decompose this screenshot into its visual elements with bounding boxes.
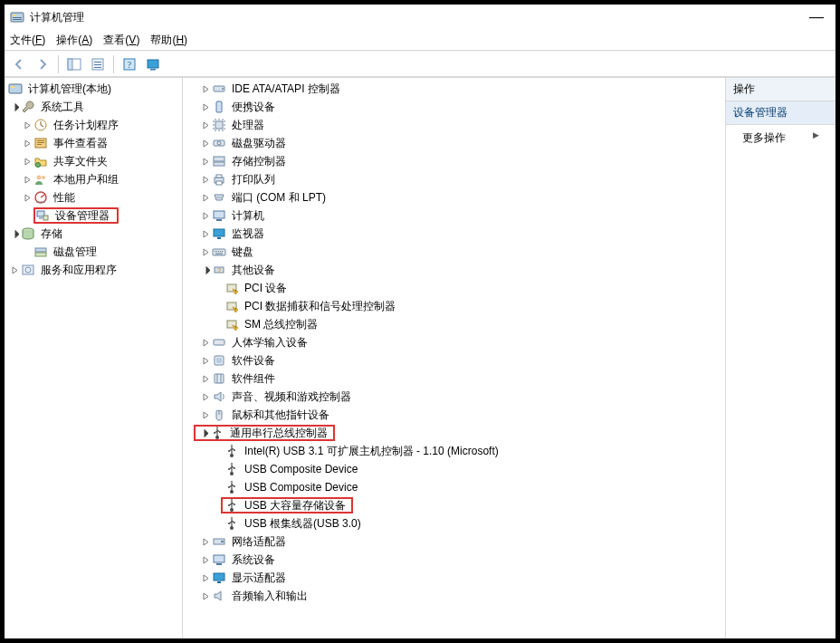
expander-closed-icon[interactable]	[199, 590, 212, 602]
tree-label: 键盘	[230, 245, 255, 260]
expander-closed-icon[interactable]	[199, 390, 212, 403]
properties-button[interactable]	[87, 53, 109, 75]
help-button[interactable]: ?	[119, 53, 140, 75]
menu-view[interactable]: 查看(V)	[103, 33, 139, 48]
tree-services-apps[interactable]: 服务和应用程序	[5, 261, 182, 279]
cat-network-adapters[interactable]: 网络适配器	[183, 533, 725, 551]
expander-closed-icon[interactable]	[199, 354, 212, 367]
svg-rect-55	[222, 251, 223, 252]
cat-ports[interactable]: 端口 (COM 和 LPT)	[183, 188, 725, 206]
svg-rect-48	[214, 229, 224, 236]
menu-file[interactable]: 文件(F)	[10, 33, 45, 48]
expander-open-icon[interactable]	[8, 101, 21, 113]
cat-software-components[interactable]: 软件组件	[183, 369, 725, 388]
expander-closed-icon[interactable]	[199, 173, 212, 186]
left-tree[interactable]: 计算机管理(本地) 系统工具	[5, 80, 182, 279]
show-hide-tree-button[interactable]	[63, 53, 85, 75]
cat-storage-controllers[interactable]: 存储控制器	[183, 152, 725, 170]
other-sm-bus[interactable]: !SM 总线控制器	[183, 315, 725, 333]
cat-mice[interactable]: 鼠标和其他指针设备	[183, 406, 725, 424]
svg-rect-53	[218, 251, 219, 252]
expander-closed-icon[interactable]	[199, 408, 212, 421]
tree-device-manager[interactable]: 设备管理器	[5, 206, 182, 225]
expander-closed-icon[interactable]	[21, 155, 33, 168]
cat-display-adapters[interactable]: 显示适配器	[183, 569, 725, 587]
expander-closed-icon[interactable]	[199, 155, 212, 168]
cat-monitors[interactable]: 监视器	[183, 225, 725, 243]
expander-open-icon[interactable]	[199, 264, 212, 276]
usb-composite-2[interactable]: USB Composite Device	[183, 478, 725, 496]
cat-hid[interactable]: 人体学输入设备	[183, 333, 725, 351]
usb-composite-1[interactable]: USB Composite Device	[183, 460, 725, 478]
title-bar: 计算机管理 —	[5, 5, 835, 30]
expander-closed-icon[interactable]	[199, 535, 212, 548]
expander-closed-icon[interactable]	[199, 336, 212, 349]
cat-system-devices[interactable]: 系统设备	[183, 551, 725, 569]
svg-rect-94	[214, 573, 224, 581]
expander-closed-icon[interactable]	[199, 119, 212, 131]
cat-audio-game[interactable]: 声音、视频和游戏控制器	[183, 388, 725, 406]
cat-print-queues[interactable]: 打印队列	[183, 170, 725, 188]
cat-audio-io[interactable]: 音频输入和输出	[183, 587, 725, 605]
svg-rect-19	[37, 142, 44, 143]
expander-open-icon[interactable]	[197, 427, 210, 439]
forward-button[interactable]	[32, 53, 53, 75]
cat-usb-controllers[interactable]: 通用串行总线控制器	[183, 424, 725, 442]
tree-disk-management[interactable]: 磁盘管理	[5, 243, 182, 261]
expander-closed-icon[interactable]	[21, 173, 33, 186]
other-pci-signal[interactable]: !PCI 数据捕获和信号处理控制器	[183, 297, 725, 315]
more-actions[interactable]: 更多操作 ▶	[726, 125, 835, 151]
menu-help[interactable]: 帮助(H)	[150, 33, 187, 48]
expander-closed-icon[interactable]	[199, 101, 212, 113]
back-button[interactable]	[8, 53, 30, 75]
expander-closed-icon[interactable]	[199, 553, 212, 566]
tree-label: 本地用户和组	[52, 172, 120, 187]
tree-performance[interactable]: 性能	[5, 188, 182, 206]
svg-point-83	[228, 486, 230, 488]
disk-drive-icon	[212, 136, 226, 150]
expander-closed-icon[interactable]	[199, 245, 212, 258]
svg-text:?: ?	[217, 266, 222, 274]
svg-rect-13	[150, 69, 156, 71]
tree-task-scheduler[interactable]: 任务计划程序	[5, 116, 182, 134]
expander-closed-icon[interactable]	[199, 227, 212, 240]
expander-closed-icon[interactable]	[199, 571, 212, 584]
tree-storage[interactable]: 存储	[5, 225, 182, 243]
refresh-button[interactable]	[142, 53, 164, 75]
cat-other-devices[interactable]: ?其他设备	[183, 261, 725, 279]
tree-root[interactable]: 计算机管理(本地)	[5, 80, 182, 98]
cat-cpu[interactable]: 处理器	[183, 116, 725, 134]
tree-event-viewer[interactable]: 事件查看器	[5, 134, 182, 152]
cat-portable[interactable]: 便携设备	[183, 98, 725, 116]
tree-shared-folders[interactable]: 共享文件夹	[5, 152, 182, 170]
expander-closed-icon[interactable]	[199, 137, 212, 149]
expander-closed-icon[interactable]	[199, 209, 212, 222]
usb-mass-storage[interactable]: USB 大容量存储设备	[183, 496, 725, 514]
expander-closed-icon[interactable]	[199, 82, 212, 95]
expander-closed-icon[interactable]	[21, 191, 33, 204]
expander-closed-icon[interactable]	[21, 119, 33, 131]
cat-ide[interactable]: IDE ATA/ATAPI 控制器	[183, 80, 725, 98]
expander-closed-icon[interactable]	[199, 372, 212, 385]
cat-keyboards[interactable]: 键盘	[183, 243, 725, 261]
svg-rect-88	[234, 522, 235, 523]
usb-intel-host[interactable]: Intel(R) USB 3.1 可扩展主机控制器 - 1.10 (Micros…	[183, 442, 725, 460]
cat-disk-drives[interactable]: 磁盘驱动器	[183, 134, 725, 152]
expander-closed-icon[interactable]	[21, 137, 33, 149]
cat-computer[interactable]: 计算机	[183, 206, 725, 225]
other-pci-device[interactable]: !PCI 设备	[183, 279, 725, 297]
usb-root-hub[interactable]: USB 根集线器(USB 3.0)	[183, 514, 725, 533]
minimize-button[interactable]: —	[803, 10, 830, 24]
tree-local-users[interactable]: 本地用户和组	[5, 170, 182, 188]
device-tree[interactable]: IDE ATA/ATAPI 控制器 便携设备 处理器 磁盘驱动器 存储控制器 打…	[183, 80, 725, 605]
mouse-icon	[212, 408, 226, 422]
performance-icon	[33, 190, 48, 205]
audio-io-icon	[212, 589, 226, 603]
tree-system-tools[interactable]: 系统工具	[5, 98, 182, 116]
expander-open-icon[interactable]	[8, 227, 21, 240]
menu-action[interactable]: 操作(A)	[56, 33, 92, 48]
highlight-device-manager: 设备管理器	[33, 207, 119, 224]
expander-closed-icon[interactable]	[8, 264, 21, 276]
cat-software-devices[interactable]: 软件设备	[183, 351, 725, 369]
expander-closed-icon[interactable]	[199, 191, 212, 204]
